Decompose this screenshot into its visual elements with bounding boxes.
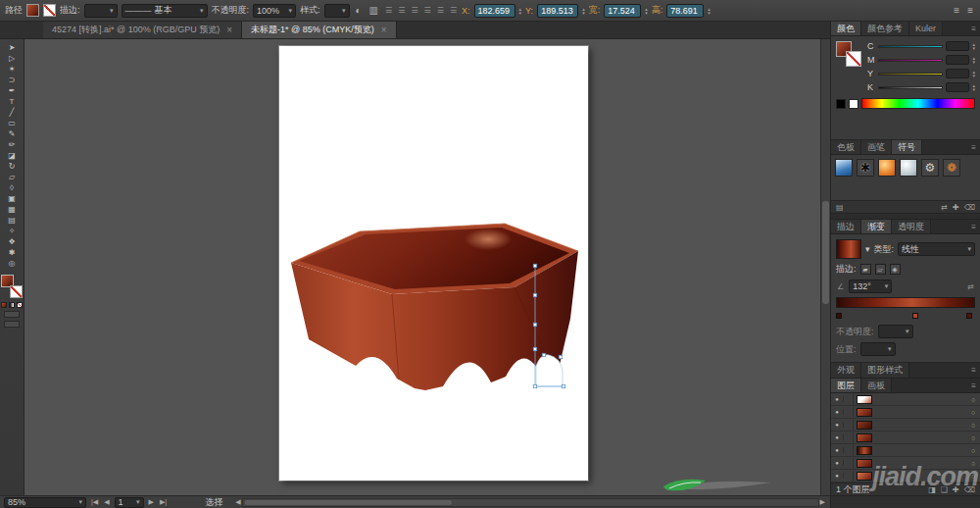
align-icon[interactable]: ☰ [410,6,418,15]
vertical-scrollbar[interactable] [820,39,830,495]
anchor-point[interactable] [559,355,562,358]
gradient-angle-select[interactable]: 132° ▾ [849,279,892,293]
gradient-type-select[interactable]: 线性 ▾ [898,242,975,256]
x-position-field[interactable]: 182.659 [474,4,515,18]
visibility-eye-icon[interactable]: ● [831,460,844,466]
lock-toggle[interactable] [844,432,854,444]
panel-menu-icon[interactable]: ≡ [967,379,980,392]
align-icon[interactable]: ☰ [449,6,458,15]
lock-toggle[interactable] [844,406,854,419]
brush-definition-select[interactable]: ——— 基本 ▾ [122,4,208,18]
break-link-icon[interactable]: ⇄ [941,203,948,212]
delete-layer-icon[interactable]: ⌫ [964,485,975,494]
new-sublayer-icon[interactable]: ❏ [941,485,948,494]
target-circle-icon[interactable]: ○ [966,409,980,416]
width-stepper[interactable]: ▴▾ [645,7,648,15]
last-artboard-icon[interactable]: ▶| [159,498,168,506]
paintbrush-tool[interactable]: ✎ [0,128,24,139]
panel-tab[interactable]: 描边 [831,220,861,233]
width-field[interactable]: 17.524 [604,4,641,18]
type-tool[interactable]: T [0,96,24,107]
panel-tab[interactable]: 色板 [831,140,861,154]
document-setup-icon[interactable]: ▥ [368,5,380,16]
screen-mode-button[interactable] [4,321,20,328]
visibility-eye-icon[interactable]: ● [831,409,844,415]
lock-toggle[interactable] [844,470,854,483]
panel-tab[interactable]: 符号 [892,140,922,154]
anchor-point[interactable] [533,347,536,350]
magic-wand-tool[interactable]: ✶ [0,64,24,75]
panel-tab[interactable]: 颜色参考 [861,22,909,35]
rotate-tool[interactable]: ↻ [0,161,24,172]
blend-tool[interactable]: ❖ [0,236,24,247]
style-select[interactable]: ▾ [324,4,350,18]
channel-slider[interactable] [878,73,943,76]
gradient-stop[interactable] [966,313,972,319]
gradient-along-stroke-icon[interactable]: ▱ [875,264,886,275]
gradient-mode-button[interactable] [9,302,15,308]
target-circle-icon[interactable]: ○ [966,447,980,454]
visibility-eye-icon[interactable]: ● [831,447,844,453]
zoom-tool[interactable]: ◎ [0,258,24,269]
x-stepper[interactable]: ▴▾ [519,7,522,15]
height-field[interactable]: 78.691 [666,4,704,18]
stroke-weight-select[interactable]: ▾ [84,4,118,18]
visibility-eye-icon[interactable]: ● [831,473,844,479]
channel-value-field[interactable] [946,55,969,65]
panel-menu-icon[interactable]: ≡ [967,22,980,35]
panel-menu-icon[interactable]: ≡ [967,220,980,233]
panel-tab[interactable]: 画板 [861,379,892,392]
gradient-stop[interactable] [836,313,842,319]
color-mode-button[interactable] [1,302,7,308]
first-artboard-icon[interactable]: |◀ [90,498,99,506]
scale-tool[interactable]: ▱ [0,172,24,182]
eraser-tool[interactable]: ◪ [0,150,24,161]
channel-slider[interactable] [878,45,943,48]
channel-slider[interactable] [878,59,943,62]
symbol-gear[interactable]: ⚙ [921,159,939,177]
gradient-preview-swatch[interactable] [836,239,861,259]
anchor-point[interactable] [533,323,536,326]
free-transform-tool[interactable]: ▣ [0,193,24,204]
scroll-right-icon[interactable]: ▶ [819,498,826,506]
panel-tab[interactable]: 图形样式 [861,363,909,378]
layer-row[interactable]: ● ○ [831,432,980,444]
new-layer-icon[interactable]: ✚ [953,485,959,494]
channel-value-field[interactable] [946,41,969,51]
layer-row[interactable]: ● ○ [831,470,980,483]
color-spectrum[interactable] [861,98,975,109]
pencil-tool[interactable]: ✏ [0,139,24,150]
close-icon[interactable]: × [381,25,387,35]
align-icon[interactable]: ☰ [423,6,432,15]
visibility-eye-icon[interactable]: ● [831,396,844,402]
gradient-opacity-select[interactable]: ▾ [878,325,913,338]
lasso-tool[interactable]: ⊃ [0,75,24,85]
preview-mode-icon[interactable]: ◐ [354,5,364,16]
stroke-proxy-swatch[interactable] [846,51,861,67]
visibility-eye-icon[interactable]: ● [831,422,844,428]
stroke-color-swatch[interactable] [43,4,56,17]
panel-tab[interactable]: 渐变 [861,220,892,233]
symbol-orange-sphere[interactable] [878,159,896,177]
width-tool[interactable]: ◊ [0,182,24,193]
channel-stepper[interactable]: ▴▾ [972,83,975,91]
gradient-stop[interactable] [912,313,918,319]
close-icon[interactable]: × [226,25,232,35]
gradient-within-stroke-icon[interactable]: ▰ [860,264,871,275]
document-tab[interactable]: 未标题-1* @ 85% (CMYK/预览) × [242,22,397,38]
channel-stepper[interactable]: ▴▾ [972,56,975,64]
channel-slider[interactable] [878,86,943,89]
hand-tool[interactable]: ✱ [0,247,24,258]
target-circle-icon[interactable]: ○ [966,473,980,480]
panel-tab[interactable]: 图层 [831,379,861,392]
target-circle-icon[interactable]: ○ [966,422,980,429]
mesh-tool[interactable]: ▦ [0,204,24,215]
panel-tab[interactable]: Kuler [909,22,943,35]
panel-tab[interactable]: 透明度 [892,220,931,233]
horizontal-scrollbar[interactable]: ◀ ▶ [234,497,826,508]
anchor-point[interactable] [542,353,545,356]
anchor-point[interactable] [533,293,536,296]
workspace-menu-icon[interactable]: ≡ [952,5,961,16]
panel-tab[interactable]: 画笔 [861,140,892,154]
reverse-gradient-icon[interactable]: ⇄ [966,282,975,291]
